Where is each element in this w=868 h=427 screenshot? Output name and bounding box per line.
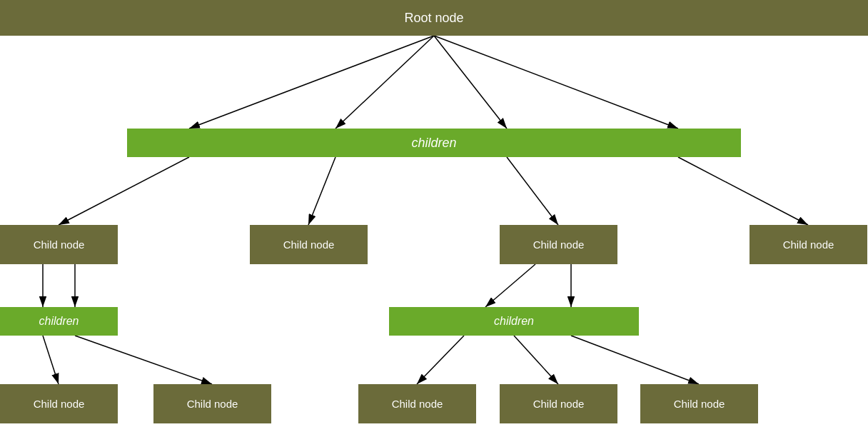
svg-line-5 — [59, 157, 189, 225]
child-node-2-label: Child node — [283, 238, 335, 251]
svg-line-16 — [514, 336, 558, 384]
child-node-rr-label: Child node — [674, 398, 725, 410]
svg-line-4 — [434, 36, 678, 129]
svg-line-3 — [434, 36, 507, 129]
svg-line-17 — [571, 336, 699, 384]
child-node-ll-label: Child node — [34, 398, 85, 410]
children-top-label: children — [411, 136, 456, 151]
child-node-rm: Child node — [500, 384, 617, 423]
svg-line-1 — [189, 36, 434, 129]
child-node-3: Child node — [500, 225, 617, 264]
child-node-rr: Child node — [640, 384, 758, 423]
svg-line-6 — [308, 157, 335, 225]
children-right-label: children — [494, 315, 534, 328]
child-node-1: Child node — [0, 225, 118, 264]
child-node-rm-label: Child node — [533, 398, 585, 410]
svg-line-13 — [485, 264, 535, 307]
child-node-4-label: Child node — [783, 238, 834, 251]
arrows-svg — [0, 0, 868, 427]
child-node-lr: Child node — [153, 384, 271, 423]
root-node-label: Root node — [404, 11, 463, 26]
child-node-ll: Child node — [0, 384, 118, 423]
children-bar-right: children — [389, 307, 639, 336]
svg-line-2 — [335, 36, 434, 129]
tree-diagram: Root node children Child node Child node… — [0, 0, 868, 427]
child-node-rl: Child node — [358, 384, 476, 423]
svg-line-15 — [417, 336, 464, 384]
svg-line-12 — [75, 336, 212, 384]
child-node-3-label: Child node — [533, 238, 585, 251]
child-node-2: Child node — [250, 225, 368, 264]
child-node-1-label: Child node — [34, 238, 85, 251]
children-left-label: children — [39, 315, 79, 328]
child-node-lr-label: Child node — [187, 398, 238, 410]
svg-line-11 — [43, 336, 59, 384]
child-node-4: Child node — [750, 225, 867, 264]
children-bar-left: children — [0, 307, 118, 336]
svg-line-7 — [507, 157, 558, 225]
root-node: Root node — [0, 0, 868, 36]
svg-line-8 — [678, 157, 808, 225]
children-bar-top: children — [127, 129, 741, 157]
child-node-rl-label: Child node — [392, 398, 443, 410]
